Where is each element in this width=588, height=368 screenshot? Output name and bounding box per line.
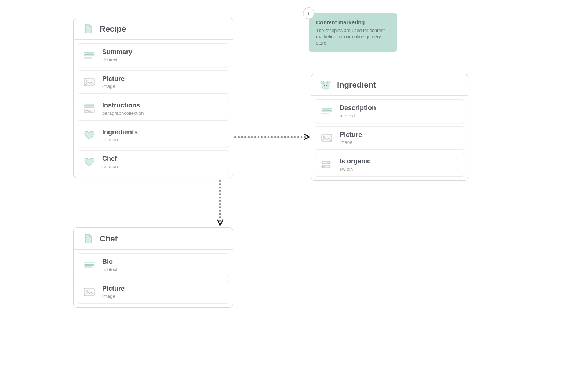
card-title: Ingredient: [337, 80, 376, 90]
svg-rect-9: [84, 105, 94, 106]
image-icon: [83, 77, 96, 87]
svg-rect-6: [84, 57, 92, 58]
card-body: Summary richtext Picture image Instructi…: [74, 40, 233, 178]
field-label: Picture: [102, 285, 125, 293]
field-type: relation: [102, 137, 138, 142]
document-icon: [82, 24, 94, 34]
field-label: Summary: [102, 48, 132, 56]
card-header: Ingredient: [311, 74, 468, 96]
field-type: richtext: [340, 113, 376, 118]
svg-rect-18: [322, 111, 332, 112]
entity-card-ingredient[interactable]: Ingredient Description richtext Picture …: [311, 74, 468, 181]
field-type: relation: [102, 164, 118, 169]
note-content-marketing: i Content marketing The recepies are use…: [309, 13, 397, 52]
field-label: Instructions: [102, 102, 144, 110]
svg-point-21: [323, 136, 325, 138]
heart-icon: [83, 157, 96, 167]
field-row-is-organic[interactable]: Is organic switch: [315, 153, 464, 177]
field-type: richtext: [102, 57, 132, 63]
card-header: Recipe: [74, 18, 233, 40]
svg-rect-4: [84, 52, 94, 53]
svg-point-23: [328, 162, 329, 163]
svg-point-15: [324, 85, 325, 86]
paragraphcollection-icon: [83, 103, 96, 114]
field-row-summary[interactable]: Summary richtext: [78, 43, 229, 67]
field-label: Is organic: [340, 158, 371, 166]
field-label: Picture: [102, 75, 125, 83]
card-body: Bio richtext Picture image: [74, 250, 233, 307]
field-row-picture[interactable]: Picture image: [78, 280, 229, 304]
svg-rect-5: [84, 55, 94, 56]
svg-rect-28: [84, 267, 92, 268]
svg-rect-26: [84, 262, 94, 263]
richtext-icon: [320, 106, 333, 116]
field-row-chef[interactable]: Chef relation: [78, 150, 229, 174]
field-row-picture[interactable]: Picture image: [78, 70, 229, 94]
note-title: Content marketing: [316, 19, 390, 25]
field-type: image: [102, 84, 125, 89]
field-label: Picture: [340, 131, 362, 139]
svg-point-14: [327, 81, 330, 84]
field-label: Ingredients: [102, 128, 138, 137]
note-body: The recepies are used for content market…: [316, 28, 390, 46]
svg-point-13: [321, 81, 324, 84]
field-type: richtext: [102, 267, 118, 272]
card-title: Chef: [100, 234, 118, 244]
field-type: image: [340, 139, 362, 145]
richtext-icon: [83, 260, 96, 270]
field-row-bio[interactable]: Bio richtext: [78, 253, 229, 277]
switch-icon: [320, 159, 333, 170]
field-label: Bio: [102, 258, 118, 266]
field-row-description[interactable]: Description richtext: [315, 99, 464, 123]
entity-card-chef[interactable]: Chef Bio richtext Picture image: [74, 227, 233, 308]
svg-rect-27: [84, 265, 94, 266]
field-row-ingredients[interactable]: Ingredients relation: [78, 124, 229, 148]
field-type: image: [102, 293, 125, 299]
svg-rect-17: [322, 108, 332, 109]
svg-rect-20: [322, 134, 332, 142]
card-body: Description richtext Picture image Is or…: [311, 96, 468, 180]
field-row-instructions[interactable]: Instructions paragraphcollection: [78, 97, 229, 121]
svg-rect-7: [84, 78, 94, 86]
svg-point-25: [323, 166, 324, 167]
document-icon: [82, 234, 94, 244]
image-icon: [83, 287, 96, 297]
card-header: Chef: [74, 228, 233, 250]
heart-icon: [83, 130, 96, 141]
svg-point-30: [86, 290, 87, 291]
svg-point-16: [326, 85, 327, 86]
image-icon: [320, 133, 333, 143]
svg-rect-10: [84, 107, 94, 108]
info-icon: i: [303, 7, 315, 19]
card-title: Recipe: [100, 24, 126, 34]
svg-point-8: [86, 80, 87, 82]
field-type: switch: [340, 166, 371, 172]
entity-card-recipe[interactable]: Recipe Summary richtext Picture image: [74, 18, 233, 178]
field-row-picture[interactable]: Picture image: [315, 126, 464, 150]
bear-icon: [319, 80, 332, 90]
svg-rect-19: [322, 113, 329, 114]
richtext-icon: [83, 50, 96, 60]
field-type: paragraphcollection: [102, 110, 144, 116]
svg-rect-29: [84, 288, 94, 296]
field-label: Description: [340, 104, 376, 112]
field-label: Chef: [102, 155, 118, 163]
